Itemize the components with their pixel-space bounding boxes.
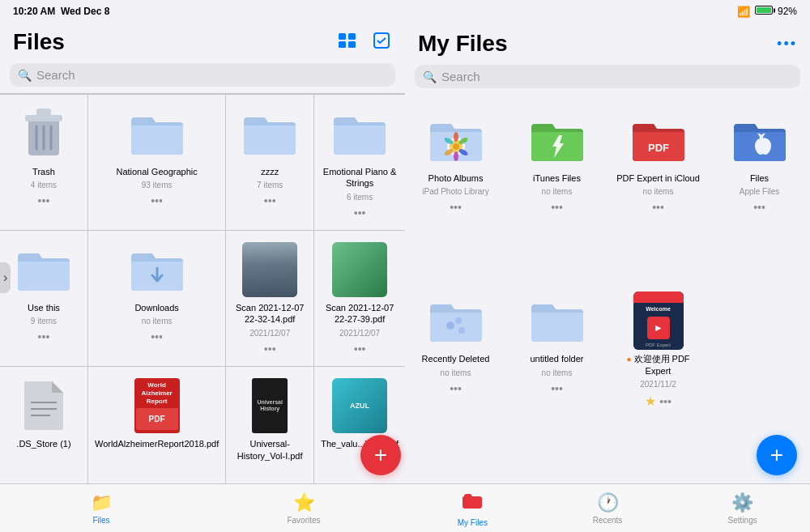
list-item[interactable]: World Alzheimer Report PDF WorldAlzheime… — [88, 367, 225, 483]
file-more[interactable]: ••• — [151, 330, 163, 343]
file-more[interactable]: ••• — [551, 382, 563, 395]
list-item[interactable]: Universal History Universal-History_Vol-… — [226, 367, 313, 483]
file-name: untitled folder — [530, 353, 583, 364]
file-more[interactable]: ••• — [551, 201, 563, 214]
list-item[interactable]: Photo Albums iPad Photo Library ••• — [405, 101, 506, 282]
file-more[interactable]: ••• — [450, 382, 462, 395]
page-nav-arrow[interactable]: › — [0, 262, 11, 293]
file-more[interactable]: ••• — [38, 330, 50, 343]
scan-thumbnail-icon — [241, 240, 299, 299]
file-more[interactable]: ••• — [354, 206, 366, 219]
right-panel-header: My Files ••• — [405, 23, 810, 60]
file-meta: no items — [643, 187, 674, 196]
file-name: PDF Expert in iCloud — [616, 172, 700, 184]
svg-text:PDF: PDF — [648, 142, 669, 154]
file-meta: Apple Files — [740, 187, 779, 196]
file-name: Photo Albums — [428, 172, 484, 184]
left-panel-title: Files — [13, 29, 65, 55]
list-item[interactable]: Welcome ▶ PDF Expert ● 欢迎使用 PDF Expert 2… — [608, 282, 709, 477]
list-item[interactable]: Scan 2021-12-07 22-27-39.pdf 2021/12/07 … — [314, 231, 405, 366]
settings-tab-label: Settings — [728, 516, 757, 525]
pdf-red-icon: World Alzheimer Report PDF — [128, 377, 186, 435]
tab-files[interactable]: 📁 Files — [0, 484, 202, 532]
file-more[interactable]: ••• — [38, 194, 50, 207]
file-meta: iPad Photo Library — [422, 187, 488, 196]
files-tab-label: Files — [92, 516, 109, 525]
file-meta: no items — [542, 187, 573, 196]
file-more[interactable]: ••• — [753, 201, 765, 214]
file-more[interactable]: ••• — [652, 201, 664, 214]
file-more[interactable]: ••• — [151, 194, 163, 207]
file-name: Scan 2021-12-07 22-32-14.pdf — [232, 302, 307, 326]
file-meta: 9 items — [31, 317, 57, 326]
select-button[interactable] — [371, 30, 392, 55]
list-item[interactable]: .DS_Store (1) — [0, 367, 87, 483]
my-files-tab-icon — [462, 490, 483, 516]
add-button-left[interactable]: + — [360, 435, 401, 475]
left-panel: Files — [0, 23, 405, 532]
favorites-tab-icon: ⭐ — [293, 492, 315, 513]
file-more[interactable]: ••• — [659, 395, 671, 408]
wifi-icon: 📶 — [737, 6, 750, 18]
file-name: Emotional Piano & Strings — [321, 166, 399, 189]
list-item[interactable]: Trash 4 items ••• — [0, 95, 87, 230]
left-panel-header: Files — [0, 23, 405, 58]
right-search-bar[interactable]: 🔍 Search — [415, 65, 800, 88]
search-icon-right: 🔍 — [423, 70, 437, 83]
recently-deleted-icon — [427, 292, 485, 350]
svg-rect-2 — [339, 41, 346, 48]
list-item[interactable]: AZUL The_valu...View.pdf + — [314, 367, 405, 483]
list-item[interactable]: iTunes Files no items ••• — [506, 101, 608, 282]
file-more[interactable]: ••• — [354, 343, 366, 355]
battery-indicator — [755, 6, 773, 17]
left-search-bar[interactable]: 🔍 Search — [10, 63, 395, 87]
list-item[interactable]: Files Apple Files ••• — [709, 101, 810, 282]
tab-my-files[interactable]: My Files — [405, 484, 540, 532]
left-search-placeholder: Search — [36, 68, 75, 82]
left-files-grid: Trash 4 items ••• National Geographic 93… — [0, 94, 405, 483]
folder-icon — [241, 104, 299, 163]
svg-rect-3 — [348, 41, 356, 48]
list-item[interactable]: PDF PDF Expert in iCloud no items ••• — [608, 101, 709, 282]
list-item[interactable]: Recently Deleted no items ••• — [405, 282, 506, 477]
right-tab-bar: My Files 🕐 Recents ⚙️ Settings — [405, 483, 810, 532]
folder-download-icon — [128, 240, 186, 299]
file-meta: 2021/11/2 — [640, 380, 676, 389]
list-item[interactable]: National Geographic 93 items ••• — [88, 95, 225, 230]
list-item[interactable]: Use this 9 items ••• — [0, 231, 87, 366]
grid-view-button[interactable] — [337, 32, 358, 53]
file-name: ● 欢迎使用 PDF Expert — [614, 353, 702, 377]
list-item[interactable]: zzzz 7 items ••• — [226, 95, 313, 230]
favorites-tab-label: Favorites — [287, 516, 320, 525]
svg-rect-0 — [339, 33, 346, 40]
welcome-book-icon: Welcome ▶ PDF Expert — [629, 292, 688, 350]
status-bar: 10:20 AM Wed Dec 8 📶 92% — [0, 0, 810, 23]
file-name: Files — [750, 172, 769, 184]
svg-point-16 — [453, 143, 459, 150]
list-item[interactable]: untitled folder no items ••• — [506, 282, 608, 477]
file-more[interactable]: ••• — [264, 343, 276, 355]
svg-point-17 — [454, 132, 458, 142]
battery-percent: 92% — [778, 6, 797, 17]
list-item[interactable]: Scan 2021-12-07 22-32-14.pdf 2021/12/07 … — [226, 231, 313, 366]
settings-tab-icon: ⚙️ — [731, 492, 753, 513]
file-more[interactable]: ••• — [264, 194, 276, 207]
folder-icon — [330, 104, 389, 163]
dot-orange: ● — [626, 355, 631, 364]
tab-settings[interactable]: ⚙️ Settings — [675, 484, 810, 532]
tab-favorites[interactable]: ⭐ Favorites — [202, 484, 405, 532]
doc-icon — [15, 377, 73, 435]
file-meta: 2021/12/07 — [249, 329, 290, 338]
tab-recents[interactable]: 🕐 Recents — [540, 484, 676, 532]
search-icon: 🔍 — [18, 69, 32, 82]
main-area: Files — [0, 23, 810, 532]
file-name: Use this — [28, 302, 60, 313]
file-name: .DS_Store (1) — [16, 438, 70, 449]
list-item[interactable]: Downloads no items ••• — [88, 231, 225, 366]
file-more[interactable]: ••• — [450, 201, 462, 214]
file-meta: 4 items — [31, 181, 57, 189]
add-button-right[interactable]: + — [757, 435, 797, 475]
right-header-more[interactable]: ••• — [777, 36, 797, 53]
recents-tab-icon: 🕐 — [597, 492, 619, 513]
list-item[interactable]: Emotional Piano & Strings 6 items ••• — [314, 95, 405, 230]
